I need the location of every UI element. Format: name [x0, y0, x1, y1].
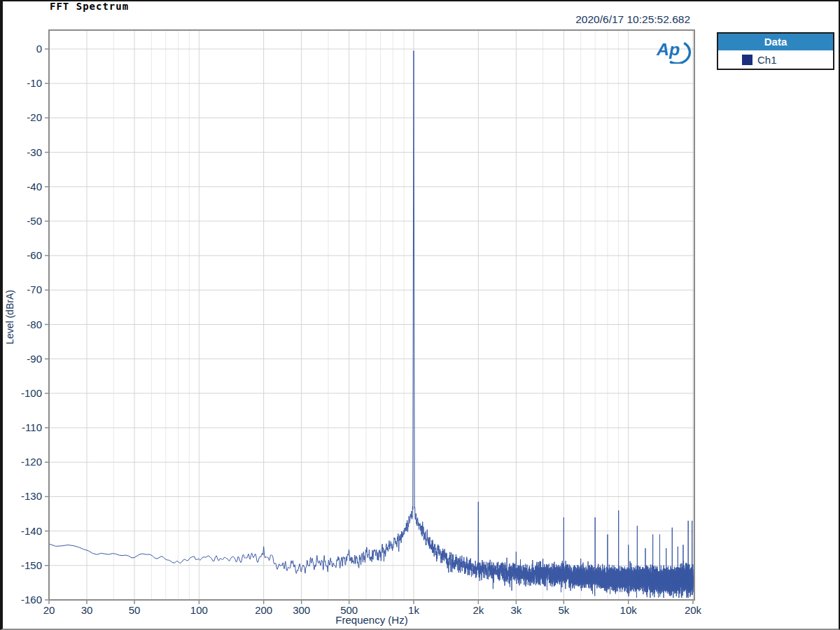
y-tick-label: -100 — [21, 387, 42, 399]
y-tick-label: -80 — [27, 318, 42, 330]
grid-minor — [113, 30, 618, 600]
y-tick-label: -20 — [27, 111, 42, 123]
tick-marks — [45, 49, 693, 604]
y-tick-label: -110 — [22, 421, 42, 433]
y-tick-label: -30 — [27, 146, 42, 158]
y-tick-label: 0 — [36, 43, 42, 55]
ap-logo-text: Ap — [656, 40, 680, 59]
fft-spectrum-chart: 0-10-20-30-40-50-60-70-80-90-100-110-120… — [0, 0, 840, 630]
y-tick-label: -10 — [27, 77, 42, 89]
legend-label-ch1: Ch1 — [757, 54, 777, 66]
y-tick-label: -120 — [21, 456, 42, 468]
grid-major — [49, 30, 694, 600]
y-tick-label: -160 — [21, 594, 42, 606]
y-tick-label: -70 — [27, 284, 42, 295]
ap-logo-icon: Ap — [651, 34, 693, 64]
legend-header: Data — [718, 34, 833, 50]
legend-swatch-ch1 — [742, 55, 752, 65]
y-tick-label: -90 — [27, 353, 42, 365]
x-axis-title: Frequency (Hz) — [49, 614, 694, 626]
y-tick-label: -150 — [21, 559, 42, 571]
plot-frame — [49, 30, 694, 600]
stage: FFT Spectrum 2020/6/17 10:25:52.682 0-10… — [0, 0, 840, 630]
y-tick-label: -50 — [27, 215, 42, 227]
y-tick-label: -60 — [27, 249, 42, 261]
y-axis-title: Level (dBrA) — [4, 275, 15, 359]
y-tick-label: -40 — [27, 181, 42, 192]
y-tick-label: -140 — [21, 525, 42, 537]
y-tick-labels: 0-10-20-30-40-50-60-70-80-90-100-110-120… — [21, 43, 42, 606]
legend-item[interactable]: Ch1 — [718, 50, 833, 69]
measurement-panel: FFT Spectrum 2020/6/17 10:25:52.682 0-10… — [0, 0, 840, 630]
legend-box: Data Ch1 — [717, 32, 834, 70]
y-tick-label: -130 — [21, 490, 42, 502]
